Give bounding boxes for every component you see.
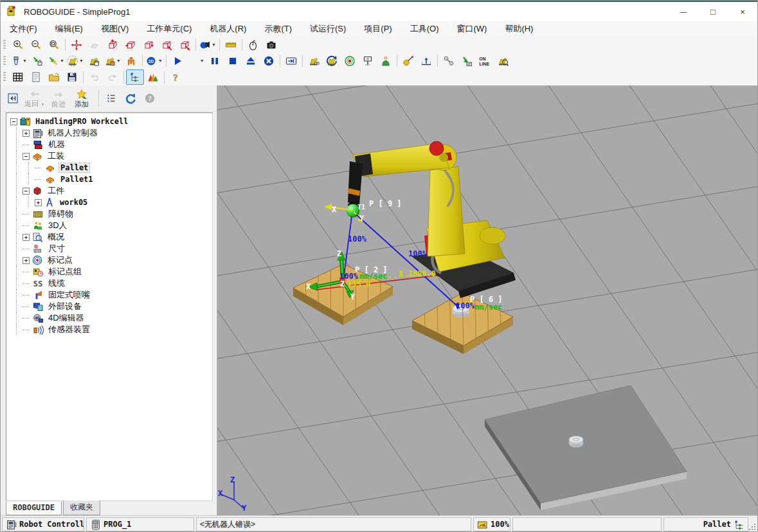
end-effector[interactable]: [348, 161, 363, 208]
measure-button[interactable]: [222, 37, 240, 53]
add-robot-button[interactable]: [305, 53, 323, 69]
toolbar-grip[interactable]: [3, 56, 6, 66]
mouse-preference-button[interactable]: [244, 37, 262, 53]
open-cell-button[interactable]: [45, 69, 63, 85]
tree-expand-toggle[interactable]: −: [23, 188, 30, 195]
toolbar-grip[interactable]: [3, 72, 6, 82]
tree-item-尺寸[interactable]: 尺寸: [10, 243, 212, 254]
tree-item-3d人[interactable]: 3D人: [10, 220, 212, 231]
tree-item-外部设备[interactable]: 外部设备: [10, 301, 212, 312]
tree-item-work05[interactable]: +work05: [10, 197, 212, 208]
status-override[interactable]: 100%: [473, 517, 510, 531]
gripper-button[interactable]: [122, 53, 140, 69]
menu-file[interactable]: 文件(F): [1, 21, 46, 37]
tree-item-pallet1[interactable]: Pallet1: [10, 173, 212, 185]
minimize-button[interactable]: —: [669, 2, 698, 21]
dock-button[interactable]: [5, 89, 21, 107]
menu-window[interactable]: 窗口(W): [447, 21, 496, 37]
workcell-tree[interactable]: −HandlingPRO Workcell+机器人控制器机器−工装PalletP…: [6, 112, 213, 501]
zoom-window-button[interactable]: [45, 37, 63, 53]
tree-item-机器人控制器[interactable]: +机器人控制器: [10, 127, 212, 139]
tree-item-概况[interactable]: +概况: [10, 231, 212, 243]
menu-project[interactable]: 项目(P): [355, 21, 401, 37]
camera-view-dropdown[interactable]: ▼: [198, 37, 217, 53]
tree-item-pallet[interactable]: Pallet: [10, 162, 212, 173]
viewport-3d[interactable]: P [ 9 ]T1XY100%100%ZP [ 2 ]100%mm/secZ13…: [217, 85, 758, 515]
add-button[interactable]: 添加: [71, 86, 92, 111]
menu-tools[interactable]: 工具(O): [401, 21, 448, 37]
view-left-button[interactable]: [122, 37, 140, 53]
online-mode-button[interactable]: ONLINE: [476, 53, 494, 69]
menu-edit[interactable]: 编辑(E): [46, 21, 92, 37]
back-button[interactable]: 返回 ▼: [24, 86, 46, 111]
signpost-button[interactable]: [359, 53, 377, 69]
menu-teach[interactable]: 示教(T): [255, 21, 301, 37]
redo-button[interactable]: [104, 69, 122, 85]
tooling-dropdown[interactable]: ▼: [9, 53, 28, 69]
tree-item-线缆[interactable]: SS线缆: [10, 278, 212, 289]
menu-help[interactable]: 帮助(H): [496, 21, 542, 37]
tree-expand-toggle[interactable]: −: [23, 153, 30, 160]
center-view-button[interactable]: [68, 37, 86, 53]
pause-button[interactable]: [206, 53, 224, 69]
maximize-button[interactable]: □: [698, 2, 728, 21]
close-button[interactable]: ×: [728, 2, 757, 21]
jog-lock-button[interactable]: [28, 53, 46, 69]
help-button[interactable]: ?: [167, 69, 185, 85]
status-program[interactable]: PROG_1: [86, 517, 194, 531]
tree-item-工装[interactable]: −工装: [10, 150, 212, 162]
show-2d-dropdown[interactable]: 2D▼: [145, 53, 164, 69]
work-plate[interactable]: [485, 386, 687, 510]
window-resize-grip[interactable]: [748, 523, 756, 531]
spray-nozzle-button[interactable]: [399, 53, 417, 69]
online-sync-button[interactable]: [458, 53, 476, 69]
robot-finder-button[interactable]: [494, 53, 512, 69]
menu-test-run[interactable]: 试运行(S): [301, 21, 355, 37]
cycle-start-button[interactable]: [168, 53, 186, 69]
status-controller[interactable]: Robot Controller1: [2, 517, 84, 531]
menu-view[interactable]: 视图(V): [92, 21, 138, 37]
sync-motion-button[interactable]: [282, 53, 300, 69]
tree-expand-toggle[interactable]: +: [35, 199, 42, 206]
tree-item-handlingpro-workcell[interactable]: −HandlingPRO Workcell: [10, 116, 212, 127]
zoom-out-button[interactable]: [27, 37, 45, 53]
run-options-dropdown[interactable]: ▼: [186, 53, 206, 69]
robot-jog-dropdown[interactable]: ▼: [66, 53, 85, 69]
status-selected-object[interactable]: Pallet: [663, 517, 748, 531]
menu-robot[interactable]: 机器人(R): [201, 21, 255, 37]
abort-button[interactable]: [260, 53, 278, 69]
zoom-fit-button[interactable]: [104, 37, 122, 53]
forward-button[interactable]: 前进: [48, 86, 69, 111]
new-cell-button[interactable]: [9, 69, 27, 85]
teach-tool-dropdown[interactable]: ▼: [103, 53, 122, 69]
snapshot-button[interactable]: [262, 37, 280, 53]
cell-browser-button[interactable]: [126, 69, 144, 85]
outline-button[interactable]: [103, 89, 120, 107]
pan-view-button[interactable]: [86, 37, 104, 53]
refresh-button[interactable]: [122, 89, 139, 107]
tree-expand-toggle[interactable]: +: [23, 130, 30, 137]
panel-help-button[interactable]: ?: [141, 89, 158, 107]
tree-item-4d编辑器[interactable]: 4D4D编辑器: [10, 312, 212, 324]
tree-expand-toggle[interactable]: +: [23, 234, 30, 241]
part-on-plate[interactable]: [569, 436, 583, 448]
view-right-button[interactable]: [140, 37, 158, 53]
cell-properties-button[interactable]: [27, 69, 45, 85]
move-to-hand-button[interactable]: [85, 53, 103, 69]
view-closer-button[interactable]: [158, 37, 176, 53]
view-farther-button[interactable]: [176, 37, 194, 53]
tree-item-机器[interactable]: 机器: [10, 139, 212, 150]
per-cycle-button[interactable]: [323, 53, 341, 69]
undo-button[interactable]: [86, 69, 104, 85]
profiler-button[interactable]: [144, 69, 162, 85]
tab-favorites[interactable]: 收藏夹: [63, 501, 100, 515]
jog-coord-dropdown[interactable]: ▼: [46, 53, 66, 69]
joint-tool-button[interactable]: [440, 53, 458, 69]
toolbar-grip[interactable]: [3, 40, 6, 50]
tree-item-标记点[interactable]: +标记点: [10, 254, 212, 266]
tree-expand-toggle[interactable]: +: [23, 257, 30, 264]
zoom-in-button[interactable]: [9, 37, 27, 53]
tree-expand-toggle[interactable]: −: [10, 118, 17, 125]
tab-roboguide[interactable]: ROBOGUIDE: [6, 502, 62, 515]
stop-button[interactable]: [224, 53, 242, 69]
